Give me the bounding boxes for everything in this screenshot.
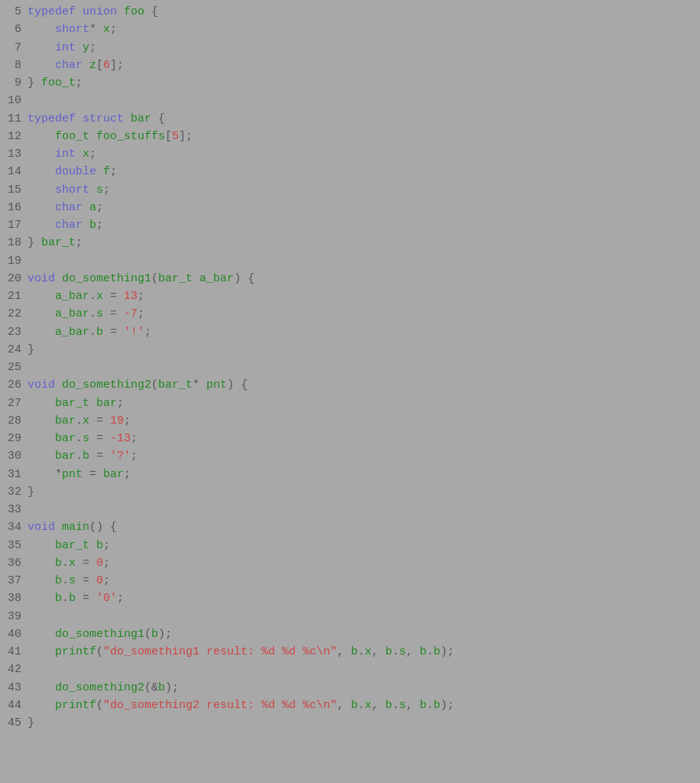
token-kw: short <box>55 184 89 197</box>
token-var: s <box>69 574 76 587</box>
token-plain: , <box>371 699 385 712</box>
code-line: 23 a_bar.b = '!'; <box>0 323 700 341</box>
token-var: b <box>96 326 103 339</box>
line-content: foo_t foo_stuffs[5]; <box>28 128 700 145</box>
token-plain: . <box>89 326 96 339</box>
token-plain <box>28 184 55 197</box>
code-line: 24} <box>0 341 700 359</box>
token-var: a_bar <box>55 290 89 303</box>
line-number: 17 <box>0 216 28 234</box>
token-plain: ; <box>103 184 110 197</box>
token-var: a <box>89 201 96 214</box>
token-kw: short <box>55 23 89 36</box>
token-var: b <box>385 699 392 712</box>
line-number: 15 <box>0 181 28 199</box>
token-plain <box>28 130 55 143</box>
token-plain: } <box>28 343 34 356</box>
line-number: 7 <box>0 39 28 57</box>
code-line: 15 short s; <box>0 181 700 199</box>
line-number: 23 <box>0 323 28 341</box>
token-var: a_bar <box>199 272 234 285</box>
code-line: 13 int x; <box>0 145 700 163</box>
token-plain <box>89 184 96 197</box>
token-ident: foo_t <box>55 130 89 143</box>
token-plain: . <box>76 414 83 427</box>
code-line: 29 bar.s = -13; <box>0 430 700 447</box>
code-line: 9} foo_t; <box>0 74 700 92</box>
token-plain: ; <box>96 201 103 214</box>
token-var: bar <box>103 468 124 481</box>
token-var: x <box>83 414 89 427</box>
token-plain: = <box>89 450 110 463</box>
token-plain <box>28 645 55 658</box>
token-var: b <box>158 681 165 694</box>
token-plain <box>28 23 55 36</box>
line-content: char z[6]; <box>28 57 700 74</box>
token-var: pnt <box>62 468 83 481</box>
line-number: 45 <box>0 714 28 732</box>
token-var: x <box>69 557 76 570</box>
token-plain: = <box>76 557 96 570</box>
token-plain: ) { <box>227 379 248 392</box>
token-var: b <box>83 450 89 463</box>
code-line: 20void do_something1(bar_t a_bar) { <box>0 270 700 288</box>
token-var: s <box>399 645 406 658</box>
code-line: 31 *pnt = bar; <box>0 466 700 483</box>
line-number: 37 <box>0 572 28 590</box>
token-func: do_something2 <box>62 379 151 392</box>
token-plain <box>28 699 55 712</box>
token-plain: ; <box>117 397 124 410</box>
line-content <box>28 501 700 518</box>
line-content: bar.x = 19; <box>28 412 700 430</box>
token-plain: ; <box>89 41 96 54</box>
line-content: } foo_t; <box>28 74 700 92</box>
line-content: double f; <box>28 163 700 180</box>
token-var: b <box>385 645 392 658</box>
token-plain: ; <box>138 290 144 303</box>
token-var: b <box>151 628 158 641</box>
token-var: x <box>365 645 371 658</box>
line-content: bar.s = -13; <box>28 430 700 447</box>
line-content: typedef union foo { <box>28 3 700 21</box>
token-plain: ; <box>103 557 110 570</box>
line-number: 43 <box>0 679 28 697</box>
token-plain: = <box>89 414 110 427</box>
token-plain: . <box>76 432 83 445</box>
code-line: 11typedef struct bar { <box>0 110 700 128</box>
line-number: 20 <box>0 270 28 288</box>
code-line: 36 b.x = 0; <box>0 554 700 572</box>
line-content: typedef struct bar { <box>28 110 700 128</box>
line-content: int x; <box>28 145 700 163</box>
token-plain: . <box>426 699 433 712</box>
line-number: 9 <box>0 74 28 92</box>
token-plain <box>89 130 96 143</box>
code-line: 21 a_bar.x = 13; <box>0 288 700 305</box>
token-num: 6 <box>103 59 110 72</box>
token-plain <box>83 59 89 72</box>
token-num: 5 <box>172 130 179 143</box>
token-plain: [ <box>165 130 172 143</box>
token-str: "do_something1 result: %d %d %c\n" <box>103 645 337 658</box>
token-str: '!' <box>124 326 144 339</box>
token-str: '0' <box>96 592 117 605</box>
code-line: 5typedef union foo { <box>0 3 700 21</box>
code-line: 16 char a; <box>0 199 700 216</box>
token-num: 0 <box>96 557 103 570</box>
token-ident: foo_t <box>41 76 76 89</box>
line-number: 11 <box>0 110 28 128</box>
line-number: 31 <box>0 466 28 483</box>
line-content <box>28 661 700 678</box>
token-plain <box>55 272 62 285</box>
token-plain: ; <box>138 307 144 320</box>
token-plain: . <box>392 645 399 658</box>
token-ident: bar_t <box>158 272 193 285</box>
code-line: 25 <box>0 359 700 376</box>
token-func: do_something1 <box>62 272 151 285</box>
token-var: s <box>96 307 103 320</box>
token-plain <box>76 5 83 18</box>
token-var: bar <box>55 414 76 427</box>
code-line: 38 b.b = '0'; <box>0 590 700 607</box>
token-plain: * <box>28 468 62 481</box>
code-line: 43 do_something2(&b); <box>0 679 700 697</box>
line-content: do_something1(b); <box>28 625 700 643</box>
